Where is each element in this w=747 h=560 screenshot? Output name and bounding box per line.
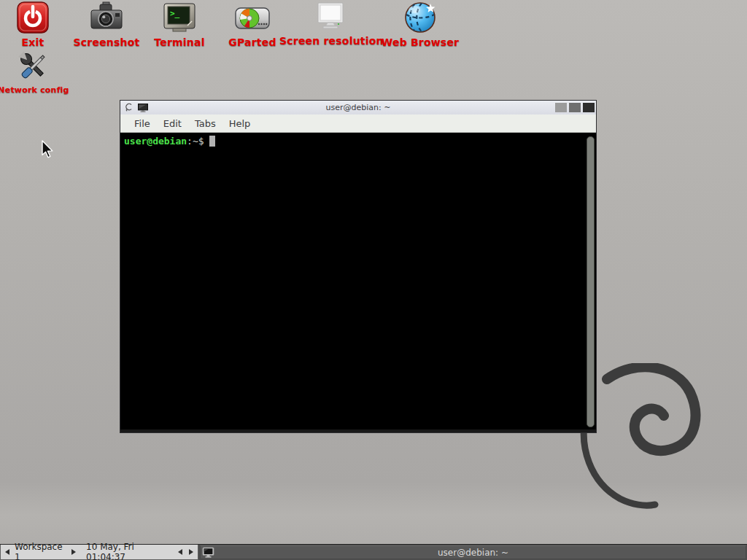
desktop-launcher-web-browser[interactable]: Web Browser [376,1,464,48]
prompt-path: ~ [193,136,198,147]
terminal-output-area[interactable]: user@debian:~$ [120,133,596,429]
desktop-launcher-screenshot[interactable]: Screenshot [70,1,143,48]
crt-monitor-icon: >_ [162,1,197,34]
launcher-label: Network config [0,85,74,95]
launcher-label: Screen resolution [279,35,382,47]
window-title: user@debian: ~ [120,103,596,112]
taskbar-pager-clock-panel: Workspace 1 10 May, Fri 01:04:37 [0,545,198,560]
hard-disk-icon [234,1,271,34]
menu-file[interactable]: File [128,118,157,129]
taskbar-clock: 10 May, Fri 01:04:37 [86,542,169,560]
prompt-separator: : [187,136,193,147]
display-icon [313,1,348,33]
desktop-launcher-exit[interactable]: Exit [0,1,69,48]
desktop-launcher-terminal[interactable]: >_ Terminal [143,1,216,48]
desktop-launcher-network-config[interactable]: Network config [0,50,74,95]
close-button[interactable] [583,103,595,112]
launcher-label: Exit [0,36,69,48]
shell-prompt: user@debian:~$ [120,133,596,147]
workspace-next-icon[interactable] [71,549,76,555]
svg-text:>_: >_ [170,9,180,18]
terminal-scrollbar-thumb[interactable] [587,136,595,427]
maximize-button[interactable] [569,103,581,112]
window-resize-edge[interactable] [120,429,596,432]
mouse-cursor [41,140,57,160]
camera-icon [89,1,124,34]
launcher-label: GParted [216,36,289,48]
taskbar: Workspace 1 10 May, Fri 01:04:37 user@de… [0,544,747,560]
desktop-launcher-screen-resolution[interactable]: Screen resolution [279,1,382,47]
workspace-indicator[interactable]: Workspace 1 [15,542,66,560]
menu-help[interactable]: Help [222,118,258,129]
window-app-terminal-icon [138,104,148,112]
window-titlebar[interactable]: user@debian: ~ [120,101,596,114]
terminal-menubar: File Edit Tabs Help [120,114,596,133]
task-terminal-icon [202,547,214,559]
launcher-label: Web Browser [376,36,464,48]
taskbar-task-button[interactable]: user@debian: ~ [200,545,746,559]
crossed-tools-icon [15,50,52,83]
menu-tabs[interactable]: Tabs [188,118,222,129]
workspace-prev-icon[interactable] [5,549,9,555]
terminal-cursor [209,136,215,147]
iconify-button[interactable] [555,103,567,112]
desktop-launcher-gparted[interactable]: GParted [216,1,289,48]
task-next-icon[interactable] [189,549,193,555]
prompt-symbol: $ [198,136,204,147]
terminal-window: user@debian: ~ File Edit Tabs Help user@… [120,100,597,433]
prompt-user-host: user@debian [124,136,187,147]
power-icon [16,1,50,34]
task-button-title: user@debian: ~ [201,548,746,558]
menu-edit[interactable]: Edit [157,118,188,129]
globe-icon [403,1,437,34]
launcher-label: Screenshot [70,36,143,48]
launcher-label: Terminal [143,36,216,48]
task-prev-icon[interactable] [178,549,182,555]
window-menu-swirl-icon[interactable] [125,103,133,112]
